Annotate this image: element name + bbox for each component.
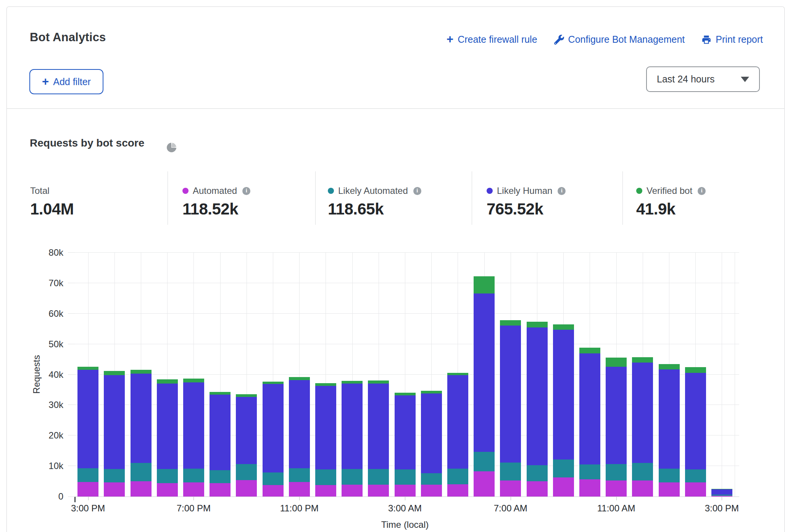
bar-segment-likely-human [685,373,706,469]
bar-segment-automated [553,477,574,497]
stacked-bar-900am[interactable] [553,324,574,497]
stacked-bar-400pm[interactable] [104,371,125,497]
bar-segment-likely-automated [236,464,257,480]
bar-segment-automated [711,496,732,497]
add-filter-button[interactable]: + Add filter [29,69,103,94]
bar-segment-likely-automated [474,452,495,471]
wrench-icon [554,35,564,45]
bar-segment-automated [685,482,706,497]
stacked-bar-500am[interactable] [447,373,468,497]
x-axis-origin-tick [74,497,76,502]
stacked-bar-1000pm[interactable] [263,382,284,497]
stacked-bar-300pm[interactable] [711,489,732,497]
bar-segment-likely-automated [368,469,389,485]
info-icon[interactable]: i [558,187,566,195]
x-tick-label: 7:00 AM [480,503,541,514]
stacked-bar-400am[interactable] [421,391,442,497]
stacked-bar-200am[interactable] [368,380,389,497]
x-tick-mark [616,497,617,500]
stacked-bar-700pm[interactable] [183,379,204,497]
bar-segment-likely-human [527,327,548,465]
stat-verified-bot: Verified boti41.9k [636,185,706,218]
stacked-bar-500pm[interactable] [131,370,152,497]
x-tick-mark [405,497,405,500]
bar-segment-automated [500,480,521,497]
x-tick-mark [299,497,300,500]
stacked-bar-1200pm[interactable] [632,357,653,497]
bar-segment-likely-human [421,393,442,473]
bar-segment-automated [368,485,389,497]
stacked-bar-1000am[interactable] [579,348,600,497]
legend-dot-icon [328,188,334,194]
bar-segment-verified-bot [579,348,600,353]
bar-segment-automated [527,481,548,497]
x-tick-mark [88,497,89,500]
stacked-bar-300am[interactable] [395,393,416,497]
plus-icon: + [447,33,453,45]
header-actions: + Create firewall rule Configure Bot Man… [447,34,763,45]
bar-segment-verified-bot [131,370,152,374]
bar-segment-automated [183,482,204,497]
bar-segment-likely-automated [632,463,653,480]
stacked-bar-200pm[interactable] [685,367,706,497]
bar-segment-verified-bot [315,383,336,386]
bar-segment-verified-bot [632,357,653,363]
info-icon[interactable]: i [698,187,706,195]
bar-segment-likely-human [606,367,627,464]
stat-value: 118.52k [182,200,250,218]
bar-segment-likely-automated [183,469,204,483]
bar-segment-likely-automated [77,468,98,482]
bar-segment-verified-bot [500,320,521,326]
x-tick-label: 11:00 PM [269,503,330,514]
bar-segment-likely-automated [263,472,284,485]
info-icon[interactable]: i [413,187,421,195]
printer-icon [701,35,711,45]
stacked-bar-700am[interactable] [500,320,521,497]
bar-segment-likely-automated [157,469,178,483]
bar-segment-verified-bot [659,364,680,369]
stacked-bar-100am[interactable] [342,381,363,497]
y-tick-mark [68,344,75,344]
info-icon[interactable]: i [242,187,250,195]
y-tick-mark [68,435,75,435]
bar-segment-likely-automated [289,468,310,482]
bar-segment-automated [395,485,416,497]
legend-dot-icon [487,188,493,194]
bar-segment-likely-automated [315,469,336,485]
bar-segment-automated [421,485,442,497]
configure-bot-management-link[interactable]: Configure Bot Management [554,34,685,45]
time-range-select[interactable]: Last 24 hours [646,66,760,92]
create-firewall-rule-link[interactable]: + Create firewall rule [447,34,537,45]
gridline-vertical [722,253,722,497]
stacked-bar-300pm[interactable] [77,367,98,497]
bar-segment-verified-bot [685,367,706,372]
bar-segment-likely-human [447,375,468,468]
bar-segment-likely-human [131,374,152,463]
stacked-bar-1100pm[interactable] [289,377,310,497]
bar-segment-automated [659,482,680,497]
bar-segment-likely-automated [685,469,706,482]
stat-label: Likely Automated [338,185,408,196]
bar-segment-likely-human [342,384,363,469]
bar-segment-automated [289,482,310,497]
stacked-bar-600pm[interactable] [157,379,178,497]
stacked-bar-1100am[interactable] [606,358,627,497]
bar-segment-automated [157,483,178,497]
bar-segment-verified-bot [210,392,231,395]
stacked-bar-100pm[interactable] [659,364,680,497]
bar-segment-verified-bot [263,382,284,384]
bar-segment-likely-automated [606,464,627,480]
stacked-bar-1200am[interactable] [315,383,336,497]
gridline-horizontal [75,344,739,344]
stacked-bar-800am[interactable] [527,322,548,497]
y-tick-mark [68,497,75,497]
stat-divider [168,171,168,225]
print-report-link[interactable]: Print report [701,34,763,45]
y-tick-label: 0 [18,492,63,501]
stacked-bar-600am[interactable] [474,276,495,497]
bar-segment-verified-bot [183,379,204,382]
stacked-bar-800pm[interactable] [210,392,231,497]
stat-divider [622,171,623,225]
stacked-bar-900pm[interactable] [236,394,257,497]
chevron-down-icon [741,77,749,82]
